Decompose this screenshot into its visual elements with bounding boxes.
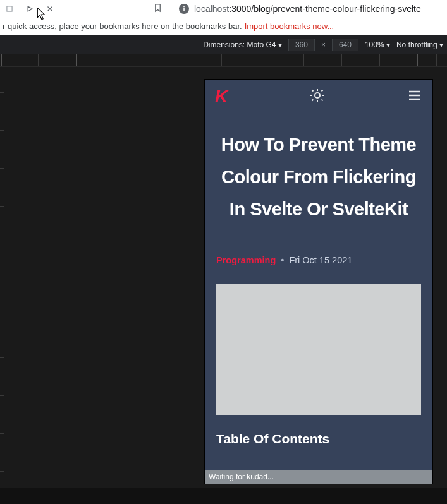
svg-rect-0 xyxy=(7,6,12,11)
zoom-dropdown[interactable]: 100% ▾ xyxy=(365,40,390,49)
svg-line-10 xyxy=(321,100,322,101)
article-date: Fri Oct 15 2021 xyxy=(289,255,352,265)
throttling-dropdown[interactable]: No throttling ▾ xyxy=(396,40,443,49)
bottom-dark-strip xyxy=(0,488,447,504)
browser-stop-icon[interactable] xyxy=(44,3,56,15)
url-text: localhost:3000/blog/prevent-theme-colour… xyxy=(194,4,421,14)
theme-toggle-icon[interactable] xyxy=(310,88,325,105)
svg-line-11 xyxy=(321,90,322,92)
height-input[interactable] xyxy=(332,39,358,51)
hero-image-placeholder xyxy=(216,284,421,415)
site-info-icon[interactable]: i xyxy=(179,4,189,14)
bookmarks-hint: r quick access, place your bookmarks her… xyxy=(3,21,242,31)
simulated-viewport: K How To Prevent Theme Colour From Flick… xyxy=(205,80,432,484)
import-bookmarks-link[interactable]: Import bookmarks now... xyxy=(245,21,334,31)
browser-back-placeholder xyxy=(4,3,15,15)
site-logo[interactable]: K xyxy=(215,87,227,107)
dimension-x: × xyxy=(321,40,326,49)
site-header: K xyxy=(205,80,432,114)
hamburger-menu-icon[interactable] xyxy=(407,88,422,105)
article: How To Prevent Theme Colour From Flicker… xyxy=(205,114,432,447)
width-input[interactable] xyxy=(288,39,315,51)
browser-toolbar: i localhost:3000/blog/prevent-theme-colo… xyxy=(0,0,447,18)
horizontal-ruler xyxy=(0,54,447,67)
svg-line-9 xyxy=(312,90,313,92)
page-status-bar: Waiting for kudad... xyxy=(205,470,432,484)
article-meta: Programming • Fri Oct 15 2021 xyxy=(216,255,421,272)
article-title: How To Prevent Theme Colour From Flicker… xyxy=(216,129,421,225)
category-link[interactable]: Programming xyxy=(216,255,276,265)
vertical-ruler xyxy=(0,67,4,504)
svg-point-4 xyxy=(315,93,320,98)
bookmark-outline-icon[interactable] xyxy=(153,3,162,15)
svg-marker-1 xyxy=(28,6,32,11)
svg-line-12 xyxy=(312,100,313,101)
address-bar[interactable]: i localhost:3000/blog/prevent-theme-colo… xyxy=(153,3,421,15)
browser-play-icon[interactable] xyxy=(24,3,35,15)
meta-separator: • xyxy=(281,255,284,265)
devtools-device-bar: Dimensions: Moto G4 ▾ × 100% ▾ No thrott… xyxy=(0,35,447,54)
bookmarks-bar: r quick access, place your bookmarks her… xyxy=(0,18,447,35)
devtools-viewport: K How To Prevent Theme Colour From Flick… xyxy=(0,67,447,504)
dimensions-dropdown[interactable]: Dimensions: Moto G4 ▾ xyxy=(203,40,282,49)
toc-heading: Table Of Contents xyxy=(216,431,421,447)
